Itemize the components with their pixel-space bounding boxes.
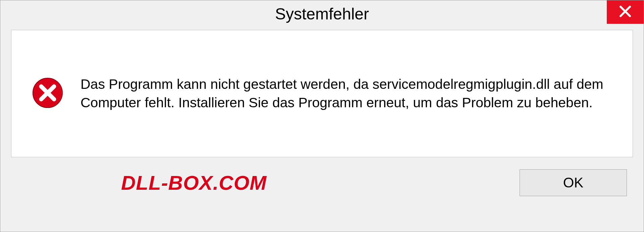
ok-button[interactable]: OK — [520, 169, 627, 196]
ok-button-label: OK — [563, 175, 584, 191]
brand-watermark: DLL-BOX.COM — [121, 171, 267, 194]
close-icon — [619, 5, 632, 19]
close-button[interactable] — [607, 0, 644, 24]
content-panel: Das Programm kann nicht gestartet werden… — [11, 30, 633, 157]
error-message: Das Programm kann nicht gestartet werden… — [80, 75, 612, 112]
titlebar: Systemfehler — [0, 0, 644, 27]
error-dialog: Systemfehler Das Programm kann nicht ges… — [0, 0, 644, 232]
dialog-title: Systemfehler — [275, 5, 369, 23]
error-icon — [32, 77, 64, 110]
footer: DLL-BOX.COM OK — [0, 163, 644, 206]
